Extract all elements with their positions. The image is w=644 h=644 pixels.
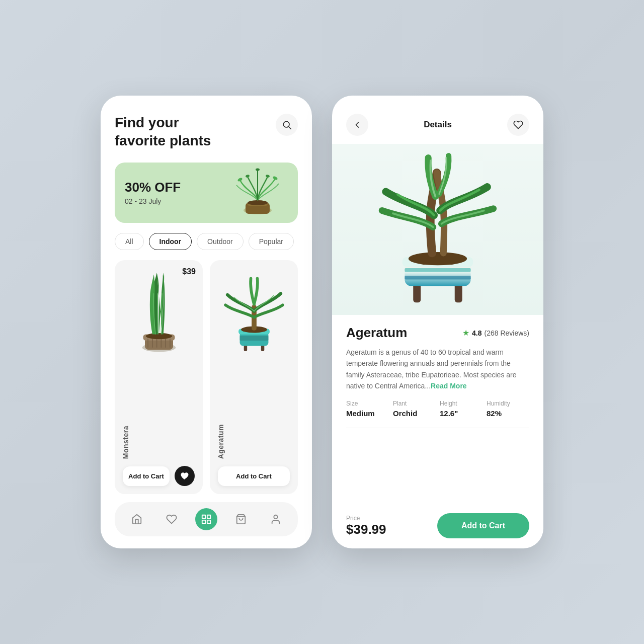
plant-name: Ageratum: [346, 325, 407, 341]
banner-plant-illustration: [227, 163, 288, 223]
svg-rect-35: [455, 284, 462, 303]
page-title: Find your favorite plants: [115, 114, 211, 150]
svg-rect-25: [239, 336, 268, 341]
ageratum-small-svg: [221, 272, 287, 355]
heart-icon: [180, 471, 189, 480]
svg-rect-29: [207, 515, 210, 518]
filter-all[interactable]: All: [115, 233, 144, 250]
nav-favorites[interactable]: [160, 508, 183, 530]
user-icon: [270, 514, 281, 525]
detail-add-to-cart-button[interactable]: Add to Cart: [437, 513, 529, 538]
spec-height: Height 12.6": [440, 400, 482, 418]
svg-point-33: [274, 515, 277, 519]
svg-point-7: [272, 176, 278, 181]
nav-browse[interactable]: [195, 508, 217, 530]
monstera-svg: [124, 269, 194, 357]
monstera-favorite-button[interactable]: [175, 466, 195, 486]
left-phone: Find your favorite plants 30% OFF 02 - 2…: [101, 96, 312, 548]
spec-height-label: Height: [440, 400, 482, 407]
hero-plant-svg: [362, 149, 513, 310]
name-rating-row: Ageratum ★ 4.8 (268 Reviews): [346, 325, 529, 341]
spec-plant-label: Plant: [393, 400, 436, 407]
detail-page-title: Details: [424, 120, 452, 130]
grid-icon: [201, 514, 212, 525]
svg-rect-31: [207, 520, 210, 523]
filter-outdoor[interactable]: Outdoor: [197, 233, 244, 250]
search-icon: [282, 120, 292, 130]
monstera-price: $39: [182, 267, 196, 276]
spec-size-label: Size: [346, 400, 389, 407]
detail-header: Details: [332, 96, 543, 144]
ageratum-plant-area: [218, 268, 290, 359]
product-card-ageratum: Ageratum Add to Cart: [210, 260, 298, 494]
back-button[interactable]: [346, 114, 368, 136]
filter-popular[interactable]: Popular: [249, 233, 294, 250]
spec-size-value: Medium: [346, 409, 389, 418]
monstera-name: Monstera: [122, 426, 130, 459]
banner-plant-svg: [227, 163, 288, 223]
svg-point-5: [248, 200, 268, 205]
spec-plant: Plant Orchid: [393, 400, 436, 418]
plant-description: Ageratum is a genus of 40 to 60 tropical…: [346, 347, 529, 392]
price-section: Price $39.99: [346, 515, 386, 537]
svg-rect-28: [202, 515, 205, 518]
spec-height-value: 12.6": [440, 409, 482, 418]
price-action-row: Price $39.99 Add to Cart: [346, 513, 529, 538]
ageratum-actions: Add to Cart: [218, 466, 290, 486]
rating-row: ★ 4.8 (268 Reviews): [462, 328, 529, 338]
spec-humidity: Humidity 82%: [487, 400, 529, 418]
hero-plant-area: [332, 144, 543, 315]
home-icon: [131, 514, 142, 525]
spec-plant-value: Orchid: [393, 409, 436, 418]
bag-icon: [235, 514, 247, 525]
svg-point-9: [265, 174, 270, 178]
ageratum-name: Ageratum: [217, 424, 225, 459]
monstera-actions: Add to Cart: [123, 466, 195, 486]
svg-point-10: [256, 168, 260, 171]
read-more-link[interactable]: Read More: [431, 382, 467, 390]
rating-value: 4.8: [472, 329, 481, 337]
nav-profile[interactable]: [265, 508, 287, 530]
back-arrow-icon: [352, 120, 362, 130]
heart-outline-icon: [166, 514, 177, 525]
detail-info: Ageratum ★ 4.8 (268 Reviews) Ageratum is…: [332, 315, 543, 548]
svg-rect-30: [202, 520, 205, 523]
search-button[interactable]: [276, 114, 298, 136]
spec-humidity-value: 82%: [487, 409, 529, 418]
header-row: Find your favorite plants: [115, 114, 298, 150]
bottom-nav: [115, 502, 298, 536]
star-icon: ★: [462, 328, 469, 338]
nav-home[interactable]: [126, 508, 148, 530]
specs-grid: Size Medium Plant Orchid Height 12.6" Hu…: [346, 400, 529, 428]
promo-banner: 30% OFF 02 - 23 July: [115, 163, 298, 223]
monstera-plant-area: [123, 268, 195, 359]
monstera-add-to-cart[interactable]: Add to Cart: [123, 466, 170, 486]
product-grid: $39: [115, 260, 298, 494]
reviews-count: (268 Reviews): [485, 329, 529, 337]
filter-tabs: All Indoor Outdoor Popular: [115, 233, 298, 250]
favorite-button[interactable]: [507, 114, 529, 136]
svg-rect-34: [413, 284, 421, 303]
svg-rect-38: [405, 268, 470, 272]
ageratum-add-to-cart[interactable]: Add to Cart: [218, 466, 290, 486]
svg-point-8: [245, 174, 250, 178]
svg-rect-39: [405, 276, 470, 280]
filter-indoor[interactable]: Indoor: [149, 233, 192, 250]
svg-line-1: [289, 127, 291, 129]
svg-point-40: [409, 252, 467, 265]
price-value: $39.99: [346, 522, 386, 537]
price-label: Price: [346, 515, 386, 522]
nav-cart[interactable]: [230, 508, 252, 530]
spec-size: Size Medium: [346, 400, 389, 418]
product-card-monstera: $39: [115, 260, 203, 494]
heart-outline-detail-icon: [513, 120, 523, 130]
spec-humidity-label: Humidity: [487, 400, 529, 407]
right-phone: Details: [332, 96, 543, 548]
